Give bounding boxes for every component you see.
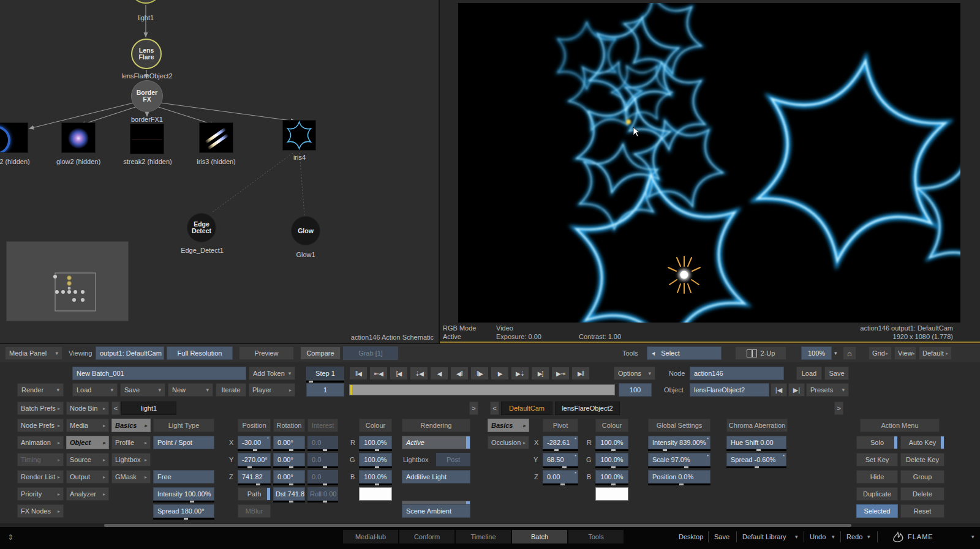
flare-green-field[interactable]: 100.0% [595, 453, 628, 466]
redo-chevron-icon[interactable]: ▾ [867, 530, 870, 543]
tab-mediahub[interactable]: MediaHub [343, 530, 398, 543]
flare-element-thumbnail-iris4[interactable] [282, 120, 316, 151]
default-menu[interactable]: Default▸ [919, 346, 952, 360]
menu-analyzer[interactable]: Analyzer▸ [66, 487, 109, 501]
light-intensity-field[interactable]: Intensity 100.00% [153, 487, 214, 501]
light-red-field[interactable]: 100.0% [359, 436, 392, 449]
delete-button[interactable]: Delete [900, 487, 944, 501]
pane-divider[interactable] [439, 0, 440, 344]
node-load-button[interactable]: Load [796, 367, 822, 380]
selected-mode-button[interactable]: Selected [856, 504, 898, 518]
light-spread-field[interactable]: Spread 180.00° [153, 504, 214, 518]
object-name-field[interactable]: lensFlareObject2 [690, 383, 769, 397]
pivot-x-field[interactable]: -282.61* [543, 436, 578, 449]
desktop-button[interactable]: Desktop [679, 530, 703, 543]
tab-scroll-left-button[interactable]: < [111, 401, 120, 415]
flare-position-handle[interactable] [626, 119, 631, 124]
lightbox-post-button[interactable]: Post [436, 453, 470, 466]
menu-gmask[interactable]: GMask▸ [111, 470, 151, 484]
undo-button[interactable]: Undo [810, 530, 826, 543]
interest-z-field[interactable]: 0.0 [307, 470, 338, 484]
options-combo[interactable]: Options▾ [614, 367, 655, 380]
scene-ambient-button[interactable]: Scene Ambient [402, 504, 470, 518]
tool-select-combo[interactable]: ➤ Select [647, 346, 722, 360]
flare-element-thumbnail-glow2[interactable] [61, 122, 96, 153]
goto-end-button[interactable]: ▶‖ [571, 367, 590, 380]
flare-red-field[interactable]: 100.0% [595, 436, 628, 449]
redo-button[interactable]: Redo [846, 530, 862, 543]
loop-end-button[interactable]: ▶] [531, 367, 549, 380]
save-desktop-button[interactable]: Save [714, 530, 729, 543]
node-name-field[interactable]: action146 [690, 367, 784, 380]
path-toggle[interactable]: Path [238, 487, 271, 501]
library-selector[interactable]: Default Library [742, 530, 786, 543]
interest-x-field[interactable]: 0.0 [307, 436, 338, 449]
zoom-level-field[interactable]: 100% [801, 346, 832, 360]
flare-colour-swatch[interactable] [595, 487, 628, 501]
rotation-y-field[interactable]: 0.00° [273, 453, 305, 466]
home-view-button[interactable]: ⌂ [843, 346, 856, 360]
end-frame-field[interactable]: 100 [619, 383, 652, 397]
mblur-toggle[interactable]: MBlur [238, 504, 271, 518]
loop-start-button[interactable]: [◀ [390, 367, 408, 380]
action-schematic-pane[interactable]: light1 Lens Flare lensFlareObject2 Borde… [0, 0, 439, 344]
menu-profile[interactable]: Profile▸ [111, 436, 151, 449]
flare-scale-field[interactable]: Scale 97.0%* [648, 453, 710, 466]
decay-field[interactable]: Free [153, 470, 214, 484]
panel-expand-icon[interactable]: ⇕ [7, 531, 13, 544]
prev-object-button[interactable]: |◀ [771, 383, 787, 397]
pivot-z-field[interactable]: 0.00* [543, 470, 578, 484]
compare-button[interactable]: Compare [300, 346, 341, 360]
rotation-x-field[interactable]: 0.00° [273, 436, 305, 449]
tab-tools[interactable]: Tools [568, 530, 624, 543]
two-up-layout-button[interactable]: 2-Up [735, 346, 786, 360]
zoom-chevron-icon[interactable]: ▾ [834, 346, 837, 360]
play-reverse-button[interactable]: ◀ [430, 367, 448, 380]
library-chevron-icon[interactable]: ▾ [795, 530, 798, 543]
border-fx-node[interactable]: Border FX [131, 80, 163, 112]
lens-flare-node[interactable]: Lens Flare [131, 39, 162, 69]
delete-key-button[interactable]: Delete Key [900, 453, 944, 466]
roll-field[interactable]: Roll 0.00 [307, 487, 338, 501]
menu-node-bin[interactable]: Node Bin▸ [66, 401, 109, 415]
duplicate-button[interactable]: Duplicate [856, 487, 898, 501]
menu-media[interactable]: Media▸ [66, 419, 109, 432]
tab-conform[interactable]: Conform [399, 530, 454, 543]
render-combo[interactable]: Render▾ [17, 383, 64, 397]
player-menu[interactable]: Player▸ [249, 383, 295, 397]
light-green-field[interactable]: 100.0% [359, 453, 392, 466]
brand-chevron-icon[interactable]: ▾ [971, 530, 974, 543]
set-key-button[interactable]: Set Key [856, 453, 898, 466]
current-frame-field[interactable]: 1 [306, 383, 344, 397]
glow-node[interactable]: Glow [291, 216, 320, 245]
edge-detect-node[interactable]: Edge Detect [187, 213, 216, 242]
media-panel-combo[interactable]: Media Panel▾ [5, 346, 62, 360]
menu-object-selected[interactable]: Object▸ [66, 436, 109, 449]
position-z-field[interactable]: 741.82 [238, 470, 271, 484]
step-field[interactable]: Step 1 [306, 367, 344, 380]
hue-shift-field[interactable]: Hue Shift 0.00 [726, 436, 786, 449]
load-combo[interactable]: Load▾ [72, 383, 118, 397]
schematic-minimap[interactable] [6, 241, 129, 321]
active-toggle[interactable]: Active [402, 436, 470, 449]
grid-menu[interactable]: Grid▸ [869, 346, 892, 360]
grab-button[interactable]: Grab [1] [343, 346, 398, 360]
add-token-combo[interactable]: Add Token▾ [249, 367, 295, 380]
position-y-field[interactable]: -270.00° [238, 453, 271, 466]
prev-keyframe-button[interactable]: ⇤◀ [369, 367, 388, 380]
prev-marker-button[interactable]: ⇣◀ [410, 367, 428, 380]
save-combo[interactable]: Save▾ [120, 383, 165, 397]
flare-intensity-field[interactable]: Intensity 839.00%* [648, 436, 710, 449]
chroma-spread-field[interactable]: Spread -0.60%* [726, 453, 786, 466]
light1-object-tab[interactable]: light1 [121, 401, 176, 415]
iterate-button[interactable]: Iterate [216, 383, 246, 397]
viewing-value-field[interactable]: output1: DefaultCam [96, 346, 164, 360]
next-object-button[interactable]: ▶| [788, 383, 805, 397]
reset-button[interactable]: Reset [900, 504, 944, 518]
flare-position-field[interactable]: Position 0.0% [648, 470, 710, 484]
auto-key-toggle[interactable]: Auto Key [900, 436, 944, 449]
step-forward-button[interactable]: ‖▶ [470, 367, 489, 380]
view-menu[interactable]: View▸ [894, 346, 916, 360]
light-colour-swatch[interactable] [359, 487, 392, 501]
group-scroll-right-button[interactable]: > [469, 401, 478, 415]
